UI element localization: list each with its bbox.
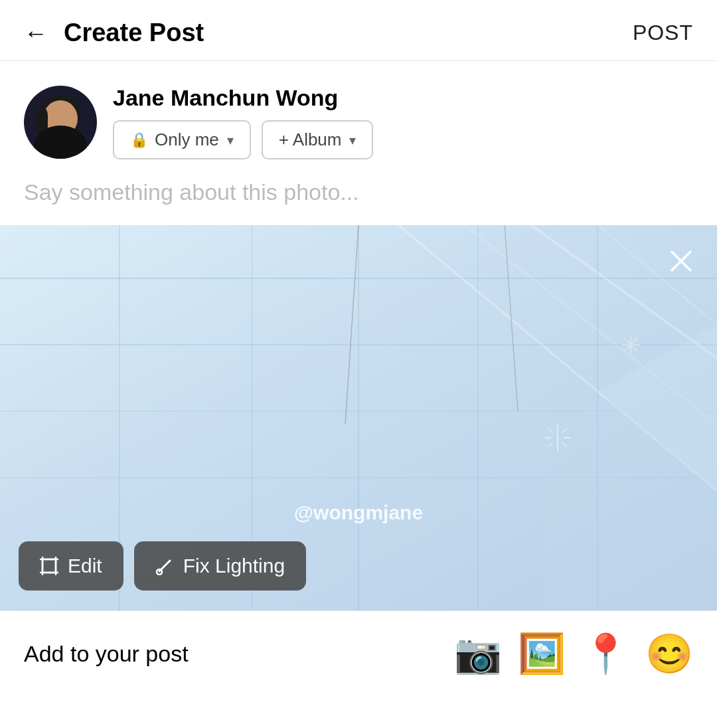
back-button[interactable]: ← — [24, 21, 48, 45]
header: ← Create Post POST — [0, 0, 717, 61]
user-controls: 🔒 Only me ▾ + Album ▾ — [113, 120, 373, 159]
add-to-post-label: Add to your post — [24, 641, 189, 667]
location-icon[interactable]: 📍 — [582, 631, 629, 676]
add-to-post-bar: Add to your post 📷 🖼️ 📍 😊 — [0, 610, 717, 696]
header-left: ← Create Post — [24, 19, 204, 47]
emoji-icon[interactable]: 😊 — [645, 631, 693, 676]
photo-container: @wongmjane Edit Fix Lighting — [0, 225, 717, 610]
post-text-area[interactable]: Say something about this photo... — [0, 173, 717, 225]
svg-rect-33 — [42, 559, 56, 573]
close-photo-button[interactable] — [664, 244, 698, 278]
fix-lighting-button[interactable]: Fix Lighting — [134, 541, 306, 591]
user-section: Jane Manchun Wong 🔒 Only me ▾ + Album ▾ — [0, 61, 717, 173]
fix-lighting-label: Fix Lighting — [183, 555, 285, 577]
edit-label: Edit — [68, 555, 102, 577]
privacy-dropdown[interactable]: 🔒 Only me ▾ — [113, 120, 251, 159]
post-placeholder: Say something about this photo... — [24, 179, 359, 205]
crop-icon — [40, 557, 58, 575]
edit-button[interactable]: Edit — [19, 541, 123, 591]
page-title: Create Post — [64, 19, 204, 47]
privacy-label: Only me — [155, 130, 219, 150]
user-name: Jane Manchun Wong — [113, 85, 373, 111]
brush-icon — [155, 557, 174, 575]
lock-icon: 🔒 — [130, 132, 148, 149]
album-dropdown[interactable]: + Album ▾ — [262, 120, 374, 159]
photo-watermark: @wongmjane — [294, 501, 423, 524]
post-button[interactable]: POST — [633, 21, 693, 45]
photo-actions: Edit Fix Lighting — [19, 541, 306, 591]
album-label: + Album — [279, 130, 342, 150]
gallery-icon[interactable]: 🖼️ — [518, 631, 566, 676]
avatar — [24, 86, 97, 159]
user-info: Jane Manchun Wong 🔒 Only me ▾ + Album ▾ — [113, 85, 373, 159]
post-icons: 📷 🖼️ 📍 😊 — [454, 631, 693, 676]
privacy-chevron-icon: ▾ — [227, 132, 234, 148]
close-icon — [669, 249, 693, 273]
camera-icon[interactable]: 📷 — [454, 631, 502, 676]
avatar-body — [34, 126, 87, 159]
album-chevron-icon: ▾ — [349, 132, 356, 148]
